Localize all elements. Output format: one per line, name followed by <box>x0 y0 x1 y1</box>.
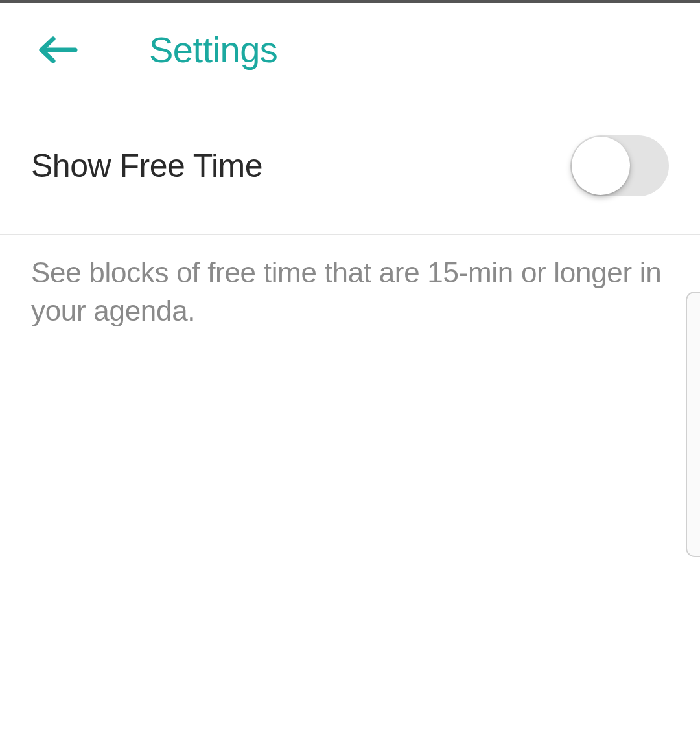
setting-description-show-free-time: See blocks of free time that are 15-min … <box>0 235 700 330</box>
back-button[interactable] <box>39 36 78 63</box>
setting-row-show-free-time: Show Free Time <box>0 103 700 235</box>
page-title: Settings <box>149 29 277 71</box>
page-header: Settings <box>0 3 700 103</box>
setting-label-show-free-time: Show Free Time <box>31 147 262 185</box>
toggle-show-free-time[interactable] <box>570 135 669 196</box>
scrollbar[interactable] <box>686 292 700 557</box>
toggle-thumb <box>572 137 630 195</box>
arrow-left-icon <box>39 36 78 63</box>
